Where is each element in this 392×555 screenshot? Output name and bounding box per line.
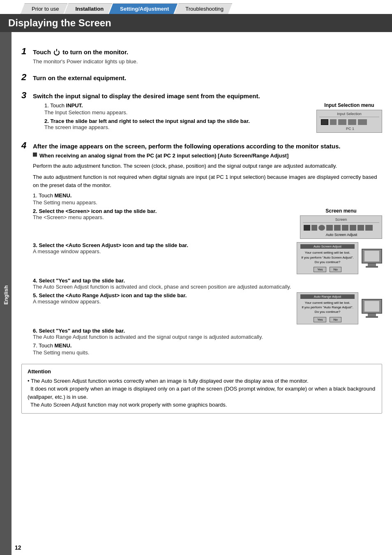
- dialog2-yes-button[interactable]: Yes: [314, 317, 326, 322]
- step3-sub-items: 1. Touch INPUT. The Input Selection menu…: [33, 102, 382, 133]
- screen-menu-mock: Screen: [300, 215, 382, 239]
- step4-sub4-bold: 4. Select "Yes" and tap the slide bar.: [33, 278, 382, 284]
- input-selection-menu: Input Selection PC 1: [316, 110, 382, 133]
- dialog1-title: Auto Screen Adjust: [300, 244, 355, 249]
- sm-icon-4: [326, 225, 333, 231]
- step3-sub1-label: 1. Touch INPUT.: [44, 102, 83, 109]
- tab-installation-label: Installation: [75, 6, 104, 12]
- step4-sub2-text: The <Screen> menu appears.: [33, 214, 293, 220]
- step4-sub2-row: 2. Select the <Screen> icon and tap the …: [33, 208, 382, 239]
- page-title: Displaying the Screen: [0, 14, 392, 32]
- dialog1-text: Your current setting will be lost.If you…: [300, 250, 355, 264]
- power-icon: [54, 50, 60, 56]
- sm-icon-7: [350, 225, 356, 231]
- step2-heading: 2 Turn on the external equipment.: [21, 72, 382, 83]
- step4-sub6-text: The Auto Range Adjust function is activa…: [33, 334, 382, 340]
- step4-sub7-text: The Setting menu quits.: [33, 349, 382, 356]
- step2-title: Turn on the external equipment.: [33, 74, 126, 81]
- attention-para2: The Auto Screen Adjust function may not …: [30, 402, 227, 408]
- dialog1-yes-button[interactable]: Yes: [314, 267, 326, 272]
- dialog1-buttons: Yes No: [300, 267, 355, 272]
- step3-image-area: Input Selection menu Input Selection PC …: [316, 102, 382, 133]
- nav-tabs: Prior to use Installation Setting/Adjust…: [0, 0, 392, 14]
- screen-menu-sublabel: Auto Screen Adjust: [303, 233, 379, 237]
- attention-title: Attention: [28, 368, 376, 375]
- step4-sub3-row: 3. Select the <Auto Screen Adjust> icon …: [33, 242, 382, 274]
- step4-sub1-text: The Setting menu appears.: [33, 199, 382, 206]
- sm-icon-3: [318, 225, 325, 231]
- step4-sub3-bold: 3. Select the <Auto Screen Adjust> icon …: [33, 242, 290, 248]
- input-icon-2: [330, 119, 337, 125]
- sm-icon-2: [311, 225, 317, 231]
- sm-icon-6: [342, 225, 348, 231]
- step3-sub2-bold: 2. Trace the slide bar left and right to…: [44, 118, 308, 124]
- bullet-icon: [33, 153, 37, 157]
- step4-sub3-text: A message window appears.: [33, 248, 290, 254]
- tab-troubleshooting-label: Troubleshooting: [185, 6, 224, 12]
- dialog2-title: Auto Range Adjust: [300, 294, 355, 299]
- input-icon-3: [338, 119, 346, 125]
- step4-sub7: 7. Touch MENU. The Setting menu quits.: [33, 342, 382, 356]
- step4-sub6: 6. Select "Yes" and tap the slide bar. T…: [33, 328, 382, 340]
- step4-sub1: 1. Touch MENU. The Setting menu appears.: [33, 192, 382, 206]
- dialog2-text: Your current setting will be lost.If you…: [300, 301, 355, 314]
- main-content: 1 Touch to turn on the monitor. The moni…: [12, 32, 392, 555]
- attention-bullet1: The Auto Screen Adjust function works co…: [31, 378, 309, 384]
- screen-menu-icons: [303, 224, 379, 231]
- step1-title: Touch to turn on the monitor.: [33, 49, 128, 56]
- sm-icon-9: [365, 225, 373, 231]
- monitor-mock-1: [362, 249, 382, 268]
- screen-menu-label: Screen menu: [300, 208, 382, 214]
- dialog1-mock: Auto Screen Adjust Your current setting …: [297, 242, 358, 274]
- tab-setting[interactable]: Setting/Adjustment: [109, 3, 178, 14]
- step3-sub2-text: The screen image appears.: [44, 124, 308, 130]
- step3-sub1-text: The Input Selection menu appears.: [44, 109, 308, 116]
- step4-bullet-heading: When receiving an analog signal from the…: [33, 153, 382, 160]
- dialog1-no-button[interactable]: No: [330, 267, 341, 272]
- tab-prior-label: Prior to use: [32, 6, 59, 12]
- tab-prior-to-use[interactable]: Prior to use: [21, 3, 67, 14]
- tab-setting-label: Setting/Adjustment: [120, 6, 169, 12]
- dialog2-mock: Auto Range Adjust Your current setting w…: [297, 292, 358, 324]
- step3-title: Switch the input signal to display the d…: [33, 92, 260, 99]
- step4-sub5-text: A message window appears.: [33, 298, 290, 305]
- page-number: 12: [15, 544, 21, 551]
- step4-sub6-bold: 6. Select "Yes" and tap the slide bar.: [33, 328, 382, 334]
- step4-para2: The auto adjustment function is not requ…: [33, 173, 382, 189]
- step4-sub5-row: 5. Select the <Auto Range Adjust> icon a…: [33, 292, 382, 324]
- sm-icon-1: [304, 225, 310, 231]
- dialog2-no-button[interactable]: No: [330, 317, 341, 322]
- input-icon-5: [358, 119, 367, 125]
- step4-title: After the image appears on the screen, p…: [33, 143, 340, 150]
- step3-sub2: 2. Trace the slide bar left and right to…: [44, 118, 308, 130]
- step1-heading: 1 Touch to turn on the monitor.: [21, 46, 382, 57]
- step1-subtitle: The monitor's Power indicator lights up …: [33, 58, 382, 65]
- step4-number: 4: [21, 140, 30, 151]
- monitor-mock-2: [362, 299, 382, 318]
- sm-icon-8: [357, 225, 364, 231]
- step4-sub4-text: The Auto Screen Adjust function is activ…: [33, 284, 382, 290]
- step3-sub1: 1. Touch INPUT. The Input Selection menu…: [44, 102, 308, 116]
- step4-sub5-bold: 5. Select the <Auto Range Adjust> icon a…: [33, 292, 290, 298]
- attention-content: • The Auto Screen Adjust function works …: [28, 377, 376, 409]
- input-icon-1: [321, 119, 328, 125]
- step3-number: 3: [21, 90, 30, 101]
- step4-section: 4 After the image appears on the screen,…: [21, 140, 382, 356]
- step2-number: 2: [21, 72, 30, 83]
- mock-pc-label: PC 1: [319, 127, 379, 131]
- tab-troubleshooting[interactable]: Troubleshooting: [174, 3, 232, 14]
- input-icon-4: [348, 119, 356, 125]
- attention-box: Attention • The Auto Screen Adjust funct…: [21, 364, 382, 414]
- step4-sub4: 4. Select "Yes" and tap the slide bar. T…: [33, 278, 382, 290]
- attention-bullet-icon: •: [28, 378, 30, 384]
- step1-number: 1: [21, 46, 30, 57]
- step4-heading: 4 After the image appears on the screen,…: [21, 140, 382, 151]
- attention-para1: It does not work properly when an image …: [28, 386, 375, 400]
- step4-para1: Perform the auto adjustment function. Th…: [33, 162, 382, 170]
- tab-installation[interactable]: Installation: [64, 3, 112, 14]
- input-selection-label: Input Selection menu: [316, 102, 382, 108]
- step3-heading: 3 Switch the input signal to display the…: [21, 90, 382, 101]
- sidebar: English: [0, 32, 12, 555]
- step4-sub2-bold: 2. Select the <Screen> icon and tap the …: [33, 208, 293, 214]
- input-icons-row: [319, 118, 379, 126]
